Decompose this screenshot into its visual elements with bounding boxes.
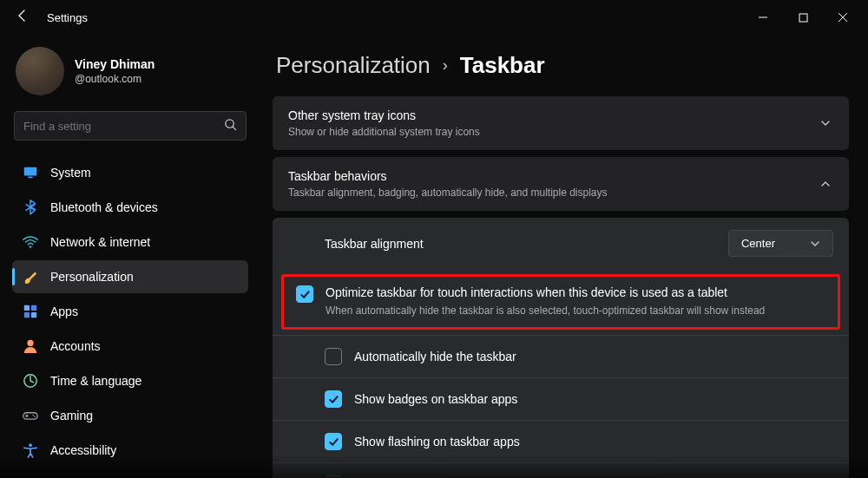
brush-icon	[23, 269, 38, 285]
checkbox-badges[interactable]	[325, 390, 342, 408]
row-label: Taskbar alignment	[325, 237, 716, 251]
sidebar-item-label: Accessibility	[50, 443, 116, 457]
svg-rect-3	[28, 177, 32, 179]
breadcrumb-current: Taskbar	[460, 52, 545, 79]
panel-title: Taskbar behaviors	[288, 169, 818, 183]
search-input[interactable]	[23, 120, 224, 133]
panel-title: Other system tray icons	[288, 108, 818, 122]
sidebar-item-label: Apps	[50, 304, 78, 318]
sidebar-item-label: Network & internet	[50, 235, 150, 249]
svg-point-1	[226, 119, 233, 127]
alignment-dropdown[interactable]: Center	[728, 230, 833, 257]
row-sublabel: When automatically hide the taskbar is a…	[326, 304, 765, 317]
sidebar-item-system[interactable]: System	[12, 156, 248, 189]
row-all-displays: Show my taskbar on all displays	[273, 462, 849, 478]
sidebar-item-label: Gaming	[50, 409, 93, 422]
sidebar-item-label: Personalization	[50, 270, 134, 284]
window-controls	[743, 0, 863, 35]
chevron-down-icon	[818, 115, 833, 131]
svg-point-12	[32, 415, 34, 416]
sidebar-item-network[interactable]: Network & internet	[12, 226, 248, 259]
panel-subtitle: Show or hide additional system tray icon…	[288, 126, 818, 138]
window-title: Settings	[47, 11, 88, 24]
nav-list: SystemBluetooth & devicesNetwork & inter…	[12, 156, 248, 467]
search-box[interactable]	[14, 111, 247, 141]
dropdown-value: Center	[741, 237, 775, 250]
profile-email: @outlook.com	[75, 73, 155, 85]
svg-rect-6	[31, 305, 36, 311]
svg-rect-2	[24, 167, 36, 176]
sidebar-item-personalization[interactable]: Personalization	[12, 260, 248, 293]
wifi-icon	[23, 234, 38, 250]
clock-globe-icon	[23, 373, 38, 389]
titlebar: Settings	[0, 0, 868, 35]
profile-block[interactable]: Viney Dhiman @outlook.com	[12, 42, 248, 111]
breadcrumb: Personalization › Taskbar	[276, 52, 849, 79]
gamepad-icon	[23, 408, 38, 423]
search-icon	[224, 118, 237, 134]
panel-taskbar-behaviors[interactable]: Taskbar behaviors Taskbar alignment, bad…	[273, 157, 849, 211]
main-area: Personalization › Taskbar Other system t…	[260, 35, 868, 478]
svg-point-13	[34, 416, 36, 417]
row-taskbar-alignment: Taskbar alignment Center	[273, 218, 849, 269]
chevron-right-icon: ›	[443, 56, 448, 75]
row-label: Automatically hide the taskbar	[354, 350, 833, 363]
sidebar-item-label: Accounts	[50, 339, 101, 353]
row-auto-hide[interactable]: Automatically hide the taskbar	[273, 335, 849, 377]
chevron-up-icon	[818, 176, 833, 192]
sidebar-item-label: Time & language	[50, 374, 141, 388]
back-button[interactable]	[10, 9, 35, 26]
person-icon	[23, 338, 38, 354]
sidebar-item-time[interactable]: Time & language	[12, 364, 248, 397]
maximize-button[interactable]	[783, 0, 823, 35]
minimize-button[interactable]	[743, 0, 783, 35]
row-label: Show flashing on taskbar apps	[354, 435, 833, 449]
sidebar-item-label: System	[50, 166, 91, 180]
sidebar-item-label: Bluetooth & devices	[50, 200, 158, 214]
svg-rect-0	[799, 14, 807, 22]
sidebar-item-gaming[interactable]: Gaming	[12, 399, 248, 432]
row-badges[interactable]: Show badges on taskbar apps	[273, 377, 849, 420]
chevron-down-icon	[810, 239, 820, 249]
svg-point-14	[29, 443, 32, 447]
checkbox-auto-hide[interactable]	[325, 348, 342, 365]
close-button[interactable]	[823, 0, 863, 35]
avatar	[16, 47, 64, 95]
svg-rect-7	[24, 312, 30, 318]
checkbox-optimize-touch[interactable]	[296, 285, 313, 303]
checkbox-flashing[interactable]	[325, 433, 342, 450]
row-flashing[interactable]: Show flashing on taskbar apps	[273, 420, 849, 462]
sidebar-item-accessibility[interactable]: Accessibility	[12, 434, 248, 467]
monitor-icon	[23, 165, 38, 180]
behaviors-subpanel: Taskbar alignment Center Optimize taskba…	[273, 218, 849, 478]
apps-icon	[23, 304, 38, 319]
svg-point-9	[27, 340, 33, 346]
sidebar-item-accounts[interactable]: Accounts	[12, 330, 248, 363]
profile-name: Viney Dhiman	[75, 57, 155, 71]
sidebar-item-bluetooth[interactable]: Bluetooth & devices	[12, 191, 248, 224]
row-label: Optimize taskbar for touch interactions …	[326, 285, 765, 299]
svg-rect-8	[31, 312, 36, 318]
sidebar: Viney Dhiman @outlook.com SystemBluetoot…	[0, 35, 260, 478]
breadcrumb-parent[interactable]: Personalization	[276, 52, 431, 79]
sidebar-item-apps[interactable]: Apps	[12, 295, 248, 328]
bluetooth-icon	[23, 200, 38, 215]
svg-rect-5	[24, 305, 30, 311]
panel-subtitle: Taskbar alignment, badging, automaticall…	[288, 187, 818, 199]
row-label: Show badges on taskbar apps	[354, 392, 833, 406]
panel-other-system-tray-icons[interactable]: Other system tray icons Show or hide add…	[273, 96, 849, 150]
accessibility-icon	[23, 442, 38, 458]
svg-point-4	[30, 246, 32, 248]
highlighted-optimize-touch: Optimize taskbar for touch interactions …	[281, 274, 840, 330]
